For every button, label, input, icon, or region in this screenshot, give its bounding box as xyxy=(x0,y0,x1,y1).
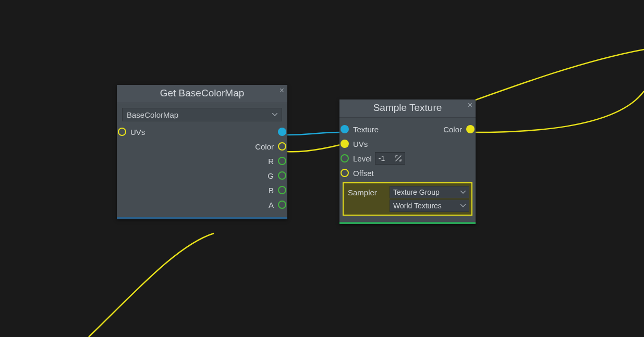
node-header[interactable]: Get BaseColorMap × xyxy=(117,85,287,103)
level-value: -1 xyxy=(379,154,385,163)
node-footer xyxy=(339,222,476,224)
node-title: Sample Texture xyxy=(373,102,442,113)
sampler-select-2-value: World Textures xyxy=(393,202,442,210)
node-body: Texture Color UVs Level -1 Offset Sample… xyxy=(339,118,476,222)
node-body: BaseColorMap UVs Color R G B xyxy=(117,103,287,217)
level-value-field[interactable]: -1 xyxy=(375,152,405,165)
expand-icon xyxy=(395,155,402,161)
close-icon[interactable]: × xyxy=(468,101,472,109)
node-title: Get BaseColorMap xyxy=(160,88,245,98)
sampler-block: Sampler Texture Group World Textures xyxy=(343,182,472,216)
input-port-level[interactable] xyxy=(341,154,349,163)
chevron-down-icon xyxy=(460,204,466,207)
output-label-g: G xyxy=(268,171,274,180)
input-label-uvs: UVs xyxy=(130,128,145,136)
input-label-texture: Texture xyxy=(353,125,379,134)
output-port-b[interactable] xyxy=(278,186,286,194)
node-footer xyxy=(117,217,287,219)
output-label-b: B xyxy=(269,186,274,195)
output-label-color: Color xyxy=(443,125,462,134)
node-sample-texture[interactable]: Sample Texture × Texture Color UVs Level… xyxy=(339,99,476,224)
chevron-down-icon xyxy=(272,113,277,116)
output-port-a[interactable] xyxy=(278,201,286,209)
output-port-color[interactable] xyxy=(278,142,286,151)
input-port-uvs[interactable] xyxy=(341,140,349,148)
input-port-offset[interactable] xyxy=(341,169,349,177)
output-port-g[interactable] xyxy=(278,171,286,180)
node-get-basecolormap[interactable]: Get BaseColorMap × BaseColorMap UVs Colo… xyxy=(117,85,287,219)
input-port-uvs[interactable] xyxy=(118,128,126,136)
chevron-down-icon xyxy=(460,191,466,194)
sampler-select-2[interactable]: World Textures xyxy=(390,199,469,212)
input-label-level: Level xyxy=(353,154,372,163)
output-port-r[interactable] xyxy=(278,157,286,165)
output-label-color: Color xyxy=(255,142,274,151)
input-port-texture[interactable] xyxy=(341,125,349,133)
parameter-select-value: BaseColorMap xyxy=(127,110,178,119)
parameter-select[interactable]: BaseColorMap xyxy=(122,108,282,121)
close-icon[interactable]: × xyxy=(280,86,284,95)
output-port-texture[interactable] xyxy=(278,128,286,136)
wire-canvas xyxy=(0,0,644,337)
output-label-a: A xyxy=(269,201,274,209)
sampler-select-1[interactable]: Texture Group xyxy=(390,186,469,198)
sampler-label: Sampler xyxy=(346,188,390,197)
node-header[interactable]: Sample Texture × xyxy=(339,99,476,118)
output-label-r: R xyxy=(268,157,274,166)
input-label-offset: Offset xyxy=(353,169,374,178)
output-port-color[interactable] xyxy=(466,125,475,133)
sampler-select-1-value: Texture Group xyxy=(393,188,440,196)
input-label-uvs: UVs xyxy=(353,140,368,148)
